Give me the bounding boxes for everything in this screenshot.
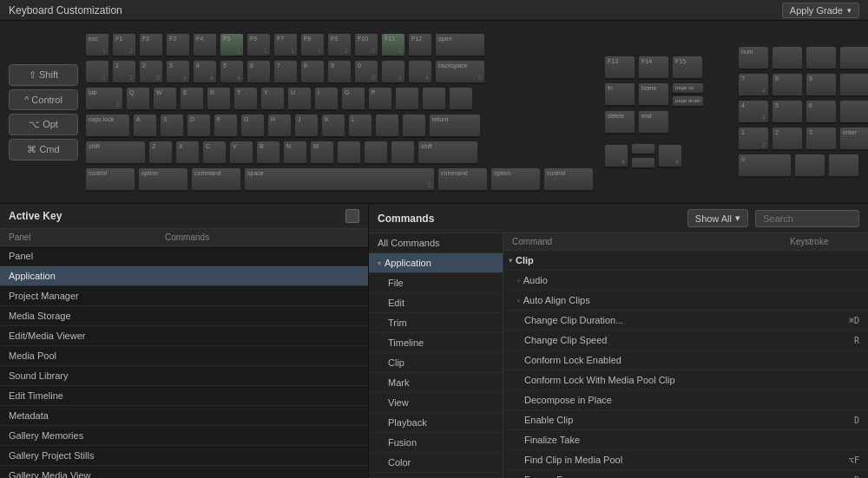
- key-right[interactable]: 4: [658, 144, 682, 168]
- key-v[interactable]: V: [229, 141, 253, 165]
- cmd-change-clip-duration[interactable]: Change Clip Duration... ⌘D: [503, 311, 868, 331]
- key-f11[interactable]: F111: [381, 33, 405, 57]
- key-b[interactable]: B: [256, 141, 280, 165]
- key-e[interactable]: E: [180, 87, 204, 111]
- numpad-num[interactable]: num: [738, 46, 769, 70]
- key-2[interactable]: 23: [139, 60, 163, 84]
- numpad-add[interactable]: [839, 73, 868, 97]
- key-s[interactable]: S: [160, 114, 184, 138]
- command-subgroup-audio[interactable]: › Audio: [503, 271, 868, 291]
- key-end[interactable]: end: [638, 110, 669, 134]
- key-l[interactable]: L: [348, 114, 372, 138]
- key-9[interactable]: 9: [327, 60, 352, 84]
- key-7[interactable]: 7: [273, 60, 298, 84]
- cmd-modifier[interactable]: ⌘ Cmd: [9, 139, 78, 160]
- key-m[interactable]: M: [310, 141, 334, 165]
- key-f5[interactable]: F51: [220, 33, 244, 57]
- key-comma[interactable]: [337, 141, 361, 165]
- key-n[interactable]: N: [283, 141, 307, 165]
- key-r[interactable]: R: [207, 87, 231, 111]
- numpad-2[interactable]: 2: [772, 127, 803, 151]
- key-x[interactable]: X: [175, 141, 200, 165]
- numpad-mul[interactable]: [806, 46, 837, 70]
- numpad-9[interactable]: 9: [806, 73, 837, 97]
- key-rbracket[interactable]: [422, 87, 446, 111]
- list-item-gallery-project-stills[interactable]: Gallery Project Stills: [0, 446, 368, 466]
- numpad-1[interactable]: 12: [738, 127, 769, 151]
- key-f1[interactable]: F11: [112, 33, 136, 57]
- key-up[interactable]: [631, 143, 655, 155]
- cmd-conform-lock-enabled[interactable]: Conform Lock Enabled: [503, 350, 868, 370]
- key-return[interactable]: return: [429, 114, 481, 138]
- tree-item-fairlight[interactable]: Fairlight: [369, 473, 503, 478]
- key-5[interactable]: 54: [220, 60, 244, 84]
- list-item[interactable]: Panel: [0, 246, 368, 266]
- key-minus[interactable]: 4: [381, 60, 405, 84]
- tree-item-clip[interactable]: Clip: [369, 353, 503, 373]
- key-1[interactable]: 12: [112, 60, 136, 84]
- apply-grade-button[interactable]: Apply Grade ▾: [782, 3, 859, 18]
- cmd-enable-clip[interactable]: Enable Clip D: [503, 410, 868, 430]
- key-0[interactable]: 00: [354, 60, 378, 84]
- list-item-media-storage[interactable]: Media Storage: [0, 306, 368, 326]
- key-f9[interactable]: F91: [327, 33, 352, 57]
- key-tab[interactable]: tab1: [85, 87, 123, 111]
- numpad-enter[interactable]: enter: [839, 127, 868, 151]
- numpad-sub[interactable]: [839, 46, 868, 70]
- key-f15[interactable]: F15: [672, 56, 703, 80]
- key-page-down[interactable]: page down: [672, 95, 704, 108]
- key-6[interactable]: 6: [247, 60, 271, 84]
- key-d[interactable]: D: [187, 114, 211, 138]
- key-w[interactable]: W: [153, 87, 177, 111]
- numpad-dot[interactable]: [794, 154, 825, 178]
- key-option-left[interactable]: option: [138, 167, 188, 192]
- key-8[interactable]: 8: [300, 60, 325, 84]
- key-command-right[interactable]: command: [437, 167, 488, 192]
- command-subgroup-auto-align[interactable]: › Auto Align Clips: [503, 291, 868, 311]
- cmd-freeze-frame[interactable]: Freeze Frame ⇧R: [503, 470, 868, 478]
- numpad-8[interactable]: 8: [772, 73, 803, 97]
- list-item-edit-timeline[interactable]: Edit Timeline: [0, 386, 368, 406]
- key-control-right[interactable]: control: [543, 167, 594, 192]
- key-f10[interactable]: F100: [354, 33, 378, 57]
- list-item-application[interactable]: Application: [0, 266, 368, 286]
- list-item-sound-library[interactable]: Sound Library: [0, 366, 368, 386]
- tree-item-all-commands[interactable]: All Commands: [369, 233, 503, 253]
- cmd-find-clip-in-media-pool[interactable]: Find Clip in Media Pool ⌥F: [503, 450, 868, 470]
- key-command-left[interactable]: command: [191, 167, 241, 192]
- numpad-5[interactable]: 5: [772, 100, 803, 124]
- key-lbracket[interactable]: [395, 87, 419, 111]
- key-delete[interactable]: delete: [604, 110, 635, 134]
- numpad-0[interactable]: 0: [738, 154, 792, 178]
- key-fn[interactable]: fn: [604, 82, 635, 107]
- key-k[interactable]: K: [321, 114, 345, 138]
- key-semicolon[interactable]: [375, 114, 399, 138]
- key-g[interactable]: G: [240, 114, 265, 138]
- key-c[interactable]: C: [202, 141, 227, 165]
- key-o[interactable]: O: [341, 87, 365, 111]
- key-space[interactable]: space2: [244, 167, 435, 192]
- key-a[interactable]: A: [133, 114, 157, 138]
- key-f6[interactable]: F61: [247, 33, 271, 57]
- key-y[interactable]: Y: [260, 87, 285, 111]
- key-u[interactable]: U: [287, 87, 312, 111]
- key-j[interactable]: J: [294, 114, 319, 138]
- key-option-right[interactable]: option: [490, 167, 541, 192]
- tree-item-application[interactable]: ▾ Application: [369, 253, 503, 273]
- key-quote[interactable]: [402, 114, 426, 138]
- tree-item-playback[interactable]: Playback: [369, 413, 503, 433]
- tree-item-timeline[interactable]: Timeline: [369, 333, 503, 353]
- numpad-4[interactable]: 44: [738, 100, 769, 124]
- key-q[interactable]: Q: [126, 87, 150, 111]
- key-f3[interactable]: F3: [166, 33, 190, 57]
- key-i[interactable]: I: [314, 87, 339, 111]
- key-f2[interactable]: F2: [139, 33, 163, 57]
- search-input[interactable]: [755, 210, 859, 227]
- key-esc[interactable]: esc1: [85, 33, 109, 57]
- tree-item-color[interactable]: Color: [369, 453, 503, 473]
- key-backslash[interactable]: [449, 87, 473, 111]
- tree-item-file[interactable]: File: [369, 273, 503, 293]
- key-f8[interactable]: F81: [300, 33, 325, 57]
- tree-item-view[interactable]: View: [369, 393, 503, 413]
- numpad-enter2[interactable]: [828, 154, 859, 178]
